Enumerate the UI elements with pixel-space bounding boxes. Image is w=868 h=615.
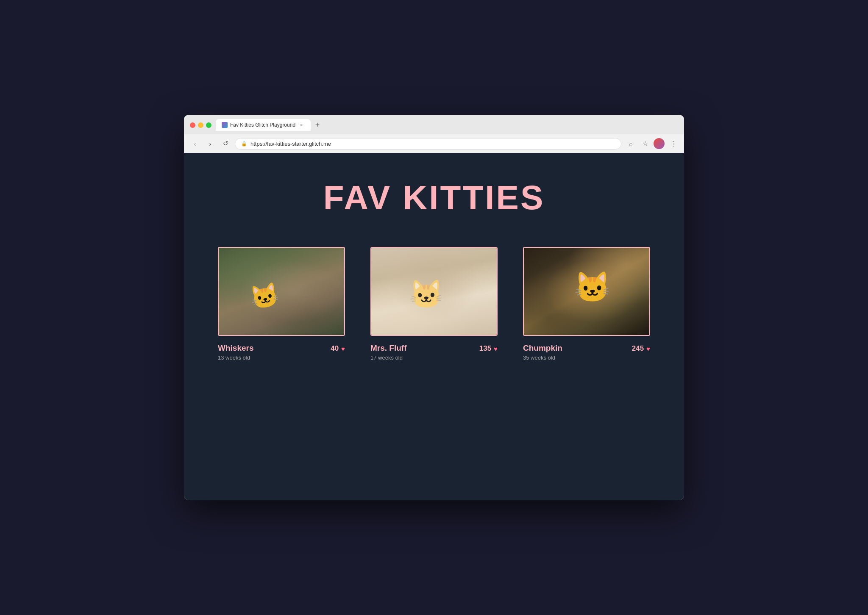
toolbar-right: ⌕ ☆ ⋮ <box>625 138 679 150</box>
forward-button[interactable]: › <box>204 138 216 150</box>
browser-toolbar: ‹ › ↺ 🔒 https://fav-kitties-starter.glit… <box>184 134 684 153</box>
profile-avatar[interactable] <box>654 138 665 149</box>
kitty-votes-chumpkin[interactable]: 245 ♥ <box>632 344 650 353</box>
refresh-button[interactable]: ↺ <box>220 138 231 150</box>
active-tab[interactable]: Fav Kitties Glitch Playground × <box>216 119 311 131</box>
kitty-card-chumpkin: Chumpkin 35 weeks old 245 ♥ <box>523 247 650 361</box>
vote-count-whiskers: 40 <box>331 344 339 353</box>
kitty-age-label-fluff: 17 weeks old <box>370 355 407 361</box>
kitty-image-chumpkin[interactable] <box>523 247 650 336</box>
kitty-info-whiskers: Whiskers 13 weeks old 40 ♥ <box>218 344 345 361</box>
address-bar[interactable]: 🔒 https://fav-kitties-starter.glitch.me <box>235 138 621 150</box>
menu-icon[interactable]: ⋮ <box>667 138 679 150</box>
heart-icon-whiskers: ♥ <box>341 345 345 352</box>
kitty-name-age-whiskers: Whiskers 13 weeks old <box>218 344 253 361</box>
browser-window: Fav Kitties Glitch Playground × + ‹ › ↺ … <box>184 115 684 500</box>
kitty-photo-chumpkin <box>524 248 649 335</box>
kitty-name-age-chumpkin: Chumpkin 35 weeks old <box>523 344 562 361</box>
heart-icon-fluff: ♥ <box>494 345 498 352</box>
bookmark-icon[interactable]: ☆ <box>639 138 651 150</box>
vote-count-fluff: 135 <box>479 344 491 353</box>
kitty-age-label-chumpkin: 35 weeks old <box>523 355 562 361</box>
kitty-image-fluff[interactable] <box>370 247 498 336</box>
back-button[interactable]: ‹ <box>189 138 201 150</box>
tab-title: Fav Kitties Glitch Playground <box>230 122 295 128</box>
kitty-card-fluff: Mrs. Fluff 17 weeks old 135 ♥ <box>370 247 498 361</box>
kitty-name-label-whiskers: Whiskers <box>218 344 253 353</box>
kitty-info-fluff: Mrs. Fluff 17 weeks old 135 ♥ <box>370 344 498 361</box>
page-content: FAV KITTIES Whiskers 13 weeks old 40 ♥ <box>184 153 684 500</box>
kitty-card-whiskers: Whiskers 13 weeks old 40 ♥ <box>218 247 345 361</box>
kitty-image-whiskers[interactable] <box>218 247 345 336</box>
kitty-votes-whiskers[interactable]: 40 ♥ <box>331 344 345 353</box>
kitty-name-age-fluff: Mrs. Fluff 17 weeks old <box>370 344 407 361</box>
heart-icon-chumpkin: ♥ <box>646 345 650 352</box>
traffic-light-green[interactable] <box>206 122 211 128</box>
page-title: FAV KITTIES <box>323 178 545 217</box>
new-tab-button[interactable]: + <box>312 119 323 131</box>
url-text: https://fav-kitties-starter.glitch.me <box>250 141 331 147</box>
lock-icon: 🔒 <box>241 141 247 147</box>
kitty-photo-whiskers <box>219 248 344 335</box>
tab-bar: Fav Kitties Glitch Playground × + <box>216 119 678 131</box>
traffic-light-yellow[interactable] <box>198 122 203 128</box>
kitty-name-label-chumpkin: Chumpkin <box>523 344 562 353</box>
kitty-name-label-fluff: Mrs. Fluff <box>370 344 407 353</box>
search-icon[interactable]: ⌕ <box>625 138 637 150</box>
kitty-votes-fluff[interactable]: 135 ♥ <box>479 344 498 353</box>
browser-titlebar: Fav Kitties Glitch Playground × + <box>184 115 684 134</box>
kitty-photo-fluff <box>371 248 497 335</box>
tab-close-button[interactable]: × <box>298 122 305 128</box>
vote-count-chumpkin: 245 <box>632 344 644 353</box>
kitties-grid: Whiskers 13 weeks old 40 ♥ Mrs. Fluff <box>218 247 650 361</box>
traffic-lights <box>190 122 211 128</box>
kitty-age-label-whiskers: 13 weeks old <box>218 355 253 361</box>
tab-favicon <box>222 122 228 128</box>
kitty-info-chumpkin: Chumpkin 35 weeks old 245 ♥ <box>523 344 650 361</box>
traffic-light-red[interactable] <box>190 122 195 128</box>
